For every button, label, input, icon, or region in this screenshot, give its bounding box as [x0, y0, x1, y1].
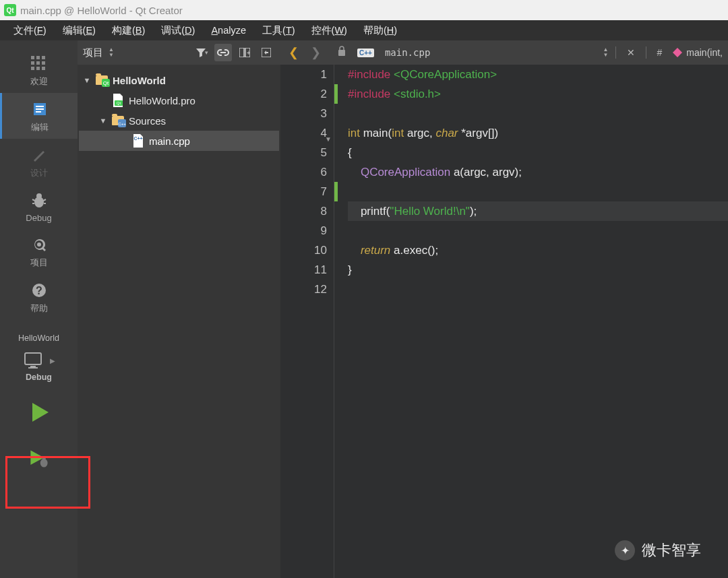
symbol-diamond-icon: [673, 48, 682, 57]
menu-e[interactable]: 编辑(E): [56, 22, 102, 40]
svg-point-19: [37, 243, 41, 247]
mode-label: 欢迎: [30, 75, 48, 88]
link-icon[interactable]: [214, 44, 232, 61]
svg-rect-5: [42, 61, 45, 65]
project-tree: ▼QtHelloWorldQtHelloWorld.pro▼C++Sources…: [78, 65, 280, 578]
mode-help[interactable]: ?帮助: [0, 274, 78, 320]
active-project-label: HelloWorld: [18, 333, 59, 343]
tree-label: main.cpp: [149, 135, 190, 147]
line-updown-icon[interactable]: ▲▼: [603, 47, 609, 58]
kit-selector[interactable]: ▶Debug: [0, 347, 78, 386]
watermark-text: 微卡智享: [642, 540, 701, 560]
svg-rect-22: [25, 353, 41, 364]
menu-d[interactable]: 调试(D): [154, 22, 202, 40]
design-icon: [29, 146, 49, 164]
monitor-icon: [23, 351, 46, 370]
menu-h[interactable]: 帮助(H): [357, 22, 404, 40]
svg-text:C++: C++: [133, 136, 142, 141]
project-toolbar: 项目 ▲▼ ▾ +: [78, 40, 280, 65]
svg-text:+: +: [247, 49, 250, 57]
code-editor[interactable]: 1234▼56789101112 #include <QCoreApplicat…: [280, 65, 728, 578]
tree-item-sources[interactable]: ▼C++Sources: [79, 110, 279, 131]
line-gutter[interactable]: 1234▼56789101112: [280, 65, 334, 578]
projects-icon: [29, 235, 49, 254]
mode-edit[interactable]: 编辑: [0, 93, 78, 139]
svg-rect-27: [239, 48, 244, 57]
mode-design[interactable]: 设计: [0, 139, 78, 185]
mode-welcome[interactable]: 欢迎: [0, 47, 78, 93]
menu-b[interactable]: 构建(B): [105, 22, 152, 40]
editor-area: ❮ ❯ C++ main.cpp ▲▼ ✕ # main(int, 1234▼5…: [280, 40, 728, 578]
hash-label[interactable]: #: [653, 46, 667, 59]
mode-label: 设计: [30, 167, 48, 179]
welcome-icon: [29, 54, 49, 73]
nav-back-icon[interactable]: ❮: [286, 44, 301, 61]
svg-rect-10: [36, 106, 44, 107]
svg-text:Qt: Qt: [117, 101, 121, 105]
qt-logo-icon: Qt: [4, 4, 16, 16]
svg-rect-3: [31, 61, 34, 65]
svg-rect-1: [36, 56, 40, 59]
svg-rect-38: [338, 50, 345, 56]
editor-toolbar: ❮ ❯ C++ main.cpp ▲▼ ✕ # main(int,: [280, 40, 728, 65]
svg-point-14: [36, 193, 42, 199]
symbol-name: main(int,: [686, 47, 723, 58]
svg-rect-0: [31, 56, 34, 59]
svg-rect-2: [42, 56, 45, 59]
svg-point-26: [42, 456, 45, 459]
mode-label: 编辑: [31, 121, 49, 133]
watermark: ✦ 微卡智享: [615, 540, 701, 560]
close-split-icon[interactable]: [257, 44, 275, 61]
menu-f[interactable]: 文件(F): [7, 22, 53, 40]
tree-label: Sources: [129, 115, 166, 127]
close-editor-icon[interactable]: ✕: [623, 46, 639, 59]
menu-a[interactable]: Analyze: [204, 22, 253, 38]
project-view-combo[interactable]: 项目 ▲▼: [83, 46, 189, 59]
svg-line-16: [43, 199, 46, 201]
mode-debug[interactable]: Debug: [0, 185, 78, 228]
svg-rect-24: [28, 367, 38, 368]
help-icon: ?: [29, 281, 49, 300]
editor-filename: main.cpp: [385, 47, 430, 58]
tree-item-helloworld[interactable]: ▼QtHelloWorld: [79, 70, 279, 90]
mode-label: Debug: [26, 213, 51, 223]
fold-icon[interactable]: ▼: [325, 129, 332, 149]
tree-item-main-cpp[interactable]: C++main.cpp: [79, 131, 279, 151]
tree-label: HelloWorld.pro: [129, 95, 195, 106]
wechat-icon: ✦: [615, 540, 635, 560]
svg-rect-4: [36, 61, 40, 65]
debug-run-button[interactable]: [0, 439, 78, 479]
mode-label: 项目: [30, 257, 48, 269]
window-title: main.cpp @ HelloWorld - Qt Creator: [20, 5, 183, 16]
menu-w[interactable]: 控件(W): [305, 22, 354, 40]
expand-arrow-icon: ▼: [99, 117, 107, 125]
svg-text:Qt: Qt: [103, 80, 109, 86]
svg-rect-6: [31, 67, 34, 70]
menu-t[interactable]: 工具(T): [255, 22, 302, 40]
split-icon[interactable]: +: [236, 44, 253, 61]
nav-forward-icon[interactable]: ❯: [308, 44, 324, 61]
tree-item-helloworld-pro[interactable]: QtHelloWorld.pro: [79, 90, 279, 110]
project-folder-icon: Qt: [95, 73, 109, 87]
edit-icon: [30, 100, 50, 119]
run-button[interactable]: [0, 387, 78, 437]
svg-rect-12: [36, 111, 41, 113]
symbol-combo[interactable]: main(int,: [673, 47, 723, 58]
kit-label: Debug: [26, 373, 52, 382]
svg-text:C++: C++: [118, 122, 126, 126]
updown-icon: ▲▼: [109, 47, 114, 58]
svg-rect-8: [42, 67, 45, 70]
combo-label: 项目: [83, 46, 103, 59]
svg-text:?: ?: [36, 285, 42, 296]
tree-label: HelloWorld: [113, 75, 166, 86]
debug-icon: [29, 191, 49, 210]
filter-icon[interactable]: ▾: [193, 44, 210, 61]
lock-icon[interactable]: [337, 46, 346, 59]
code-content[interactable]: #include <QCoreApplication>#include <std…: [338, 65, 728, 578]
svg-rect-11: [36, 108, 44, 110]
cpp-badge-icon: C++: [357, 49, 374, 57]
mode-projects[interactable]: 项目: [0, 228, 78, 274]
svg-line-15: [32, 199, 35, 201]
svg-point-25: [40, 459, 47, 468]
svg-rect-23: [30, 366, 36, 367]
